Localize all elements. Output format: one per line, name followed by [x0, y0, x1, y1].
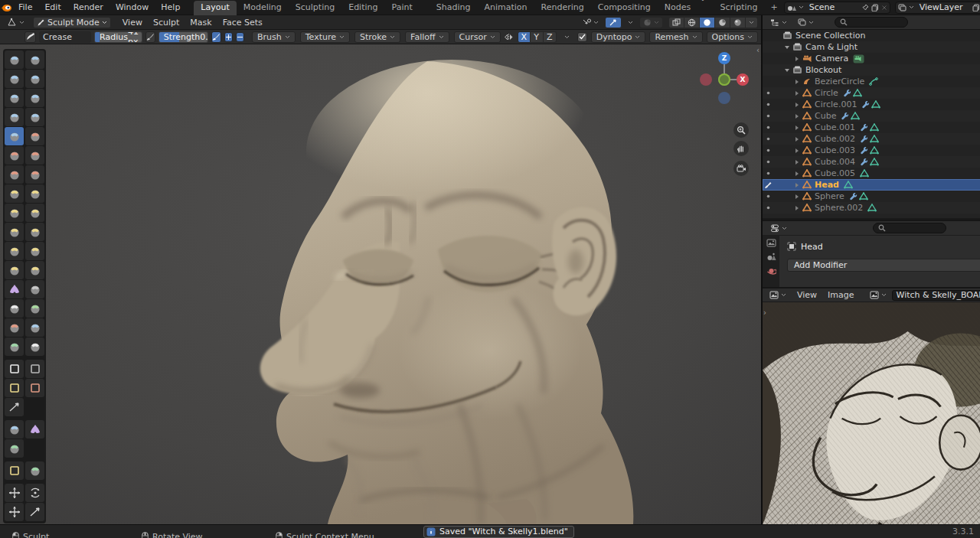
expander-icon[interactable]	[793, 136, 801, 142]
new-viewlayer-icon[interactable]	[972, 4, 980, 11]
overlays-dropdown[interactable]	[624, 17, 637, 28]
toggle-xray-button[interactable]	[639, 17, 663, 28]
tool-boundary[interactable]	[25, 261, 44, 279]
radius-pressure-button[interactable]	[145, 31, 155, 43]
menu-render[interactable]: Render	[67, 0, 109, 15]
tool-rotate-tool[interactable]	[25, 484, 44, 502]
remesh-dropdown[interactable]: Remesh	[649, 31, 702, 43]
outliner-search-input[interactable]	[835, 17, 908, 28]
properties-tab-render-icon[interactable]	[766, 239, 776, 247]
strength-slider[interactable]: Strength 0.220	[158, 31, 208, 43]
tool-snake-hook[interactable]	[25, 204, 44, 222]
tool-draw-face-sets[interactable]	[25, 299, 44, 318]
expander-icon[interactable]	[793, 205, 801, 211]
dropdown-brush[interactable]: Brush	[252, 31, 296, 43]
zoom-button[interactable]	[733, 122, 749, 138]
viewport-menu-mask[interactable]: Mask	[185, 15, 217, 30]
tool-pose[interactable]	[25, 223, 44, 241]
tool-multires-displacement-eraser[interactable]	[5, 318, 24, 337]
outliner-row-cube[interactable]: Cube	[763, 110, 980, 122]
shading-material-button[interactable]	[715, 17, 730, 28]
tool-box-mask[interactable]	[5, 360, 24, 378]
blender-logo-icon[interactable]	[0, 3, 12, 12]
workspace-tab-modeling[interactable]: Modeling	[237, 1, 289, 15]
brush-subtract-button[interactable]	[236, 32, 244, 42]
radius-slider[interactable]: Radius 41 px	[94, 31, 142, 43]
tool-transform[interactable]	[5, 503, 24, 521]
tool-line-project[interactable]	[5, 398, 24, 416]
sidebar-toggle-icon[interactable]: ‹	[756, 46, 760, 54]
outliner-row-head[interactable]: Head	[763, 179, 980, 191]
tool-box-trim[interactable]	[25, 379, 44, 397]
pin-icon[interactable]	[862, 4, 869, 11]
outliner-row-sphere-002[interactable]: Sphere.002	[763, 202, 980, 214]
expander-icon[interactable]	[793, 171, 801, 177]
image-datablock-button[interactable]	[866, 289, 890, 301]
tool-scrape[interactable]	[5, 165, 24, 184]
menu-edit[interactable]: Edit	[38, 0, 67, 15]
tool-clay-strips[interactable]	[25, 70, 44, 88]
add-modifier-button[interactable]: Add Modifier	[787, 259, 980, 272]
reference-image[interactable]: › ‹	[763, 302, 980, 524]
tool-clay[interactable]	[5, 70, 24, 88]
tool-rotate[interactable]	[25, 242, 44, 260]
expander-icon[interactable]	[793, 148, 801, 154]
tool-annotate[interactable]	[25, 503, 44, 521]
workspace-tab-uv-editing[interactable]: UV Editing	[341, 0, 384, 15]
tool-mask[interactable]	[5, 299, 24, 318]
expander-icon[interactable]	[793, 125, 801, 131]
tool-inflate[interactable]	[5, 108, 24, 126]
properties-tab-scene-icon[interactable]	[766, 253, 776, 261]
tool-paint[interactable]	[5, 337, 24, 356]
unlink-scene-icon[interactable]	[881, 5, 887, 11]
mirror-axis-z[interactable]: Z	[544, 31, 557, 43]
tool-clay-thumb[interactable]	[5, 89, 24, 107]
outliner-row-camera[interactable]: Camera	[763, 53, 980, 64]
dropdown-stroke[interactable]: Stroke	[354, 31, 400, 43]
mode-selector[interactable]: Sculpt Mode	[33, 17, 111, 28]
outliner-row-blockout[interactable]: Blockout	[763, 64, 980, 76]
camera-view-button[interactable]	[733, 161, 749, 176]
workspace-tab-animation[interactable]: Animation	[477, 1, 534, 15]
dyntopo-checkbox[interactable]	[577, 32, 587, 42]
outliner-scene-mode-button[interactable]	[794, 17, 818, 28]
tool-edit-face-set[interactable]	[5, 461, 24, 480]
properties-editor-type-button[interactable]	[766, 223, 791, 234]
workspace-tab-rendering[interactable]: Rendering	[534, 1, 591, 15]
dropdown-texture[interactable]: Texture	[300, 31, 350, 43]
expander-icon[interactable]	[793, 56, 801, 62]
toolbar-toggle-icon[interactable]: ›	[763, 308, 766, 317]
tool-move[interactable]	[5, 484, 24, 502]
menu-help[interactable]: Help	[155, 0, 186, 15]
sculpt-head-model[interactable]	[0, 44, 761, 524]
expander-icon[interactable]	[793, 90, 801, 96]
image-menu-view[interactable]: View	[792, 288, 822, 302]
expander-icon[interactable]	[793, 113, 801, 119]
workspace-tab-texture-paint[interactable]: Texture Paint	[385, 0, 430, 15]
new-scene-icon[interactable]	[871, 4, 879, 11]
workspace-tab-scripting[interactable]: Scripting	[714, 1, 765, 15]
mirror-dropdown[interactable]	[560, 31, 573, 43]
outliner-row-circle[interactable]: Circle	[763, 87, 980, 99]
axis-z-neg-button[interactable]	[718, 92, 730, 104]
tool-slide-relax[interactable]	[5, 261, 24, 279]
axis-y-button[interactable]	[718, 73, 730, 86]
brush-thumbnail-button[interactable]	[24, 31, 36, 43]
toggle-xray-squares-button[interactable]	[668, 17, 684, 28]
dropdown-falloff[interactable]: Falloff	[405, 31, 449, 43]
dropdown-cursor[interactable]: Cursor	[454, 31, 501, 43]
outliner-row-scene-collection[interactable]: Scene Collection	[763, 30, 980, 41]
viewport-menu-view[interactable]: View	[117, 15, 148, 30]
editor-type-button[interactable]	[3, 17, 28, 28]
tool-simplify[interactable]	[25, 280, 44, 298]
viewport-menu-sculpt[interactable]: Sculpt	[148, 15, 185, 30]
scene-selector[interactable]: Scene	[784, 2, 890, 14]
tool-grab[interactable]	[25, 184, 44, 203]
brush-add-button[interactable]	[224, 32, 233, 42]
tool-multi-plane-scrape[interactable]	[25, 165, 44, 184]
mirror-axis-y[interactable]: Y	[531, 31, 544, 43]
menu-file[interactable]: File	[12, 0, 38, 15]
tool-pinch[interactable]	[5, 184, 24, 203]
tool-box-hide[interactable]	[25, 360, 44, 378]
outliner-display-mode-button[interactable]	[766, 17, 791, 28]
